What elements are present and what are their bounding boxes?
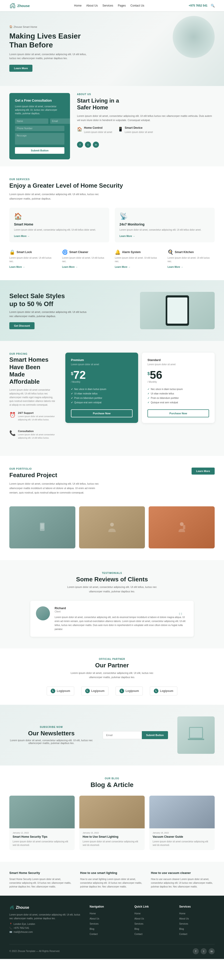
blog-card-title-3: Vacuum Cleaner Guide — [153, 835, 211, 838]
footer-instagram-icon[interactable]: in — [208, 948, 215, 954]
pricing-support-text: 24/7 Support Lorem ipsum dolor sit amet … — [18, 412, 56, 426]
smart-home-learn-more[interactable]: Learn More → — [14, 235, 30, 237]
nav-phone: +975 7652 541 — [189, 4, 207, 7]
testimonial-avatar — [36, 606, 50, 620]
blog-card-content-3: January 18, 2022 Vacuum Cleaner Guide Lo… — [149, 828, 215, 850]
smart-kitchen-learn-more[interactable]: Learn More → — [167, 266, 183, 268]
blog-card-content-1: January 12, 2022 Smart Home Security Tip… — [9, 828, 75, 850]
footer: Zhouse Lorem ipsum dolor sit amet, conse… — [0, 896, 224, 959]
partner-icon-2: L — [85, 689, 90, 693]
consultation-name-input[interactable] — [15, 118, 48, 124]
pricing-description: Lorem ipsum dolor sit amet consectetur a… — [9, 388, 56, 407]
linkedin-icon[interactable]: in — [93, 142, 99, 148]
twitter-icon[interactable]: t — [85, 142, 91, 148]
newsletter-submit-button[interactable]: Submit Button — [142, 731, 168, 739]
footer-nav-contact: Contact — [90, 932, 125, 935]
navbar: Zhouse Home About Us Services Pages Cont… — [0, 0, 224, 11]
services-description: Lorem ipsum dolor sit amet, consectetur … — [9, 192, 103, 201]
partner-icon-1: L — [50, 689, 55, 693]
svg-point-3 — [110, 523, 114, 527]
footer-facebook-icon[interactable]: f — [193, 948, 199, 954]
footer-quicklink-title: Quick Link — [134, 905, 170, 908]
testimonial-role: Client — [55, 610, 188, 613]
pricing-consultation-text: Consultation Lorem ipsum dolor sit amet … — [18, 430, 56, 444]
consultation-icon: 📞 — [9, 430, 16, 436]
nav-links: Home About Us Services Pages Contact Us — [74, 4, 144, 7]
newsletter-image — [177, 716, 215, 754]
footer-quick-blog: Blog — [134, 927, 170, 931]
portfolio-image-1 — [9, 506, 76, 549]
premium-cta-button[interactable]: Purchase Now — [71, 409, 133, 417]
premium-features: Nec ulsce in diam luctus ipsum Ut vitae … — [71, 387, 133, 405]
consultation-message-textarea[interactable] — [15, 133, 65, 145]
blog-card-title-1: Smart Home Security Tips — [13, 835, 71, 838]
footer-phone: 📞 +975 7652 541 — [9, 927, 80, 929]
footer-info-text-3: How to use vacuum cleaner Lorem ipsum do… — [151, 877, 215, 889]
smart-home-desc: Lorem ipsum dolor sit amet, consectetur … — [14, 228, 104, 232]
monitoring-title: 24x7 Monitoring — [120, 223, 210, 226]
svg-rect-7 — [190, 728, 202, 738]
person-phone-illustration — [175, 520, 189, 535]
standard-amount: 56 — [150, 369, 162, 381]
pricing-left: Our Pricing Smart Homes Have Been Made A… — [9, 353, 56, 444]
nav-home[interactable]: Home — [74, 4, 82, 7]
consultation-phone-input[interactable] — [15, 126, 65, 131]
testimonial-card: Richard Client Lorem ipsum dolor sit ame… — [30, 601, 194, 637]
monitoring-learn-more[interactable]: Learn More → — [120, 235, 135, 237]
services-label: Our Services — [9, 178, 215, 181]
sale-content: Select Sale Styles up to 50 % Off Lorem … — [9, 292, 89, 329]
premium-price: $72 / Monthly — [71, 369, 133, 383]
footer-info-title-1: Smart Home Security — [9, 871, 73, 875]
standard-feature-1: Nec ulsce in diam luctus ipsum — [147, 387, 209, 391]
partner-logo-3: L Logipsum — [115, 687, 143, 695]
facebook-icon[interactable]: f — [77, 142, 83, 148]
blog-date-2: January 15, 2022 — [83, 832, 141, 834]
footer-twitter-icon[interactable]: t — [201, 948, 207, 954]
cleaner-icon: 🌀 — [62, 249, 68, 255]
partners-section: Official Partner Our Partner Lorem ipsum… — [0, 648, 224, 705]
nav-pages[interactable]: Pages — [118, 4, 126, 7]
footer-email: ✉️ mail@zhouse.com — [9, 931, 80, 933]
brand-logo[interactable]: Zhouse — [9, 2, 30, 9]
footer-info-section: Smart Home Security Smart Home Security … — [0, 862, 224, 896]
hero-content: Making Lives Easier Than Before Lorem ip… — [9, 32, 98, 72]
hero-title: Making Lives Easier Than Before — [9, 32, 98, 49]
nav-services[interactable]: Services — [103, 4, 113, 7]
sale-cta-button[interactable]: Get Discount — [9, 322, 35, 329]
hero-cta-button[interactable]: Learn More — [9, 65, 32, 72]
search-icon[interactable]: 🔍 — [211, 4, 215, 8]
footer-info-col-1: Smart Home Security Smart Home Security … — [9, 871, 73, 889]
consultation-submit-button[interactable]: Submit Button — [15, 147, 65, 154]
nav-right: +975 7652 541 🔍 — [189, 4, 215, 8]
nav-about[interactable]: About Us — [86, 4, 98, 7]
tablet-mockup — [166, 295, 189, 326]
footer-info-col-2: How to use smart lighting How to use sma… — [80, 871, 144, 889]
blog-card-image-1 — [9, 795, 75, 828]
nav-contact[interactable]: Contact Us — [131, 4, 144, 7]
house-icon — [9, 2, 16, 9]
portfolio-cta-button[interactable]: Learn More — [192, 468, 215, 474]
quote-icon: " — [178, 610, 183, 623]
social-icons: f t in — [77, 142, 215, 148]
alarm-learn-more[interactable]: Learn More → — [115, 266, 131, 268]
testimonial-content: Richard Client Lorem ipsum dolor sit ame… — [55, 606, 188, 631]
footer-bottom: © 2022 Zhouse Template — All Rights Rese… — [9, 944, 215, 954]
blog-card-1: January 12, 2022 Smart Home Security Tip… — [9, 795, 75, 850]
smart-lock-learn-more[interactable]: Learn More → — [9, 266, 25, 268]
hero-section: 🏠 Zhouse Smart Home Making Lives Easier … — [0, 11, 224, 86]
smart-lock-card: 🔒 Smart Lock Lorem ipsum dolor sit amet.… — [9, 249, 57, 269]
standard-card: Standard Lorem ipsum dolor sit amet $56 … — [142, 353, 215, 423]
home-control-icon: 🏠 — [77, 127, 82, 132]
footer-top: Zhouse Lorem ipsum dolor sit amet, conse… — [9, 905, 215, 937]
footer-address: 📍 London Eye, London — [9, 923, 80, 925]
footer-brand: Zhouse Lorem ipsum dolor sit amet, conse… — [9, 905, 80, 937]
blog-date-1: January 12, 2022 — [13, 832, 71, 834]
testimonials-description: Lorem ipsum dolor sit amet, consectetur … — [65, 585, 159, 593]
standard-cta-button[interactable]: Purchase Now — [147, 409, 209, 417]
newsletter-title: Our Newsletters — [9, 730, 93, 737]
partner-icon-4: L — [154, 689, 158, 693]
smart-cleaner-learn-more[interactable]: Learn More → — [62, 266, 78, 268]
newsletter-email-input[interactable] — [103, 731, 142, 739]
consultation-desc: Lorem ipsum dolor sit amet, consectetur … — [15, 105, 65, 115]
newsletter-section: Subscribe Now Our Newsletters Lorem ipsu… — [0, 705, 224, 765]
